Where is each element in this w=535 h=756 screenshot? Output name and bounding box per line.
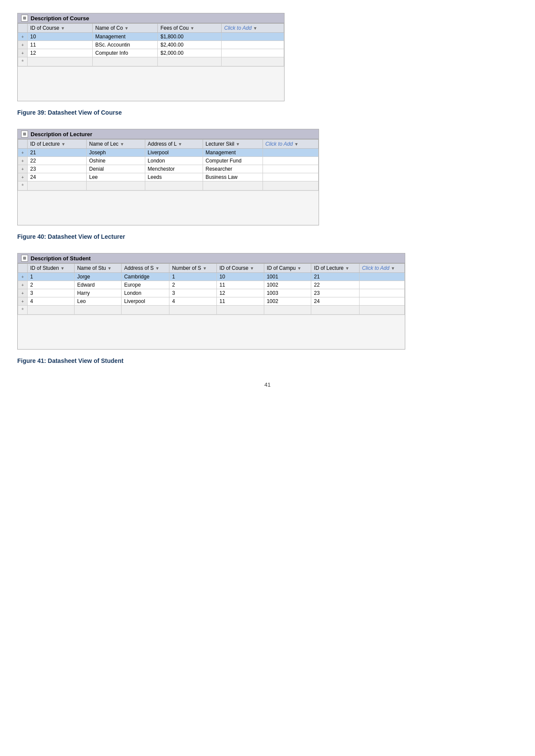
student-course: 12 xyxy=(216,289,264,297)
lecturer-figure: ⊞ Description of Lecturer ID of Lecture … xyxy=(17,129,518,240)
student-course: 11 xyxy=(216,281,264,289)
lecturer-id: 23 xyxy=(28,165,87,173)
lecturer-extra xyxy=(263,173,318,181)
student-num: 2 xyxy=(169,281,217,289)
row-expand[interactable]: + xyxy=(18,289,28,297)
student-col-name[interactable]: Name of Stu ▼ xyxy=(74,264,121,273)
student-extra xyxy=(359,289,404,297)
new-row-cell xyxy=(263,181,318,191)
lecturer-id: 24 xyxy=(28,173,87,181)
student-name: Jorge xyxy=(74,273,121,281)
student-extra xyxy=(359,281,404,289)
table-row[interactable]: + 10 Management $1,800.00 xyxy=(18,33,284,41)
table-row[interactable]: + 12 Computer Info $2,000.00 xyxy=(18,49,284,57)
new-row-cell xyxy=(158,57,222,66)
student-col-address[interactable]: Address of S ▼ xyxy=(121,264,169,273)
table-row[interactable]: + 21 Joseph Liverpool Management xyxy=(18,149,319,157)
student-num: 4 xyxy=(169,297,217,306)
student-num: 1 xyxy=(169,273,217,281)
table-row[interactable]: + 24 Lee Leeds Business Law xyxy=(18,173,319,181)
student-lecture: 23 xyxy=(311,289,359,297)
student-table-wrapper: ⊞ Description of Student ID of Studen ▼ … xyxy=(17,253,405,350)
lecturer-col-id[interactable]: ID of Lecture ▼ xyxy=(28,140,87,149)
course-id: 12 xyxy=(28,49,93,57)
new-row-cell xyxy=(28,57,93,66)
student-id: 2 xyxy=(28,281,75,289)
lecturer-col-name[interactable]: Name of Lec ▼ xyxy=(86,140,145,149)
table-row[interactable]: + 22 Oshine London Computer Fund xyxy=(18,157,319,165)
student-name: Leo xyxy=(74,297,121,306)
lecturer-table-title: Description of Lecturer xyxy=(31,131,92,137)
new-row-marker: * xyxy=(18,181,28,191)
lecturer-col-add[interactable]: Click to Add ▼ xyxy=(263,140,318,149)
new-row-cell xyxy=(222,57,284,66)
course-name: BSc. Accountin xyxy=(93,41,158,49)
lecturer-col-skill[interactable]: Lecturer Skil ▼ xyxy=(203,140,263,149)
new-row-cell xyxy=(311,306,359,315)
lecturer-caption: Figure 40: Datasheet View of Lecturer xyxy=(17,233,518,240)
table-row[interactable]: + 2 Edward Europe 2 11 1002 22 xyxy=(18,281,405,289)
course-fees: $2,000.00 xyxy=(158,49,222,57)
new-row-cell xyxy=(216,306,264,315)
row-expand[interactable]: + xyxy=(18,281,28,289)
row-expand[interactable]: + xyxy=(18,157,28,165)
course-id: 10 xyxy=(28,33,93,41)
student-address: Liverpool xyxy=(121,297,169,306)
course-fees: $1,800.00 xyxy=(158,33,222,41)
table-new-row[interactable]: * xyxy=(18,181,319,191)
lecturer-name: Denial xyxy=(86,165,145,173)
student-address: London xyxy=(121,289,169,297)
lecturer-name: Lee xyxy=(86,173,145,181)
lecturer-address: Liverpool xyxy=(145,149,203,157)
lecturer-extra xyxy=(263,149,318,157)
table-row[interactable]: + 11 BSc. Accountin $2,400.00 xyxy=(18,41,284,49)
course-id: 11 xyxy=(28,41,93,49)
student-col-num[interactable]: Number of S ▼ xyxy=(169,264,217,273)
table-new-row[interactable]: * xyxy=(18,57,284,66)
row-expand[interactable]: + xyxy=(18,149,28,157)
course-col-add[interactable]: Click to Add ▼ xyxy=(222,24,284,33)
student-course: 10 xyxy=(216,273,264,281)
student-col-add[interactable]: Click to Add ▼ xyxy=(359,264,404,273)
student-col-course[interactable]: ID of Course ▼ xyxy=(216,264,264,273)
student-extra xyxy=(359,273,404,281)
lecturer-address: Leeds xyxy=(145,173,203,181)
table-row[interactable]: + 1 Jorge Cambridge 1 10 1001 21 xyxy=(18,273,405,281)
lecturer-name: Oshine xyxy=(86,157,145,165)
student-col-id[interactable]: ID of Studen ▼ xyxy=(28,264,75,273)
course-extra xyxy=(222,41,284,49)
row-expand[interactable]: + xyxy=(18,33,28,41)
student-col-campus[interactable]: ID of Campu ▼ xyxy=(264,264,311,273)
student-name: Edward xyxy=(74,281,121,289)
table-row[interactable]: + 23 Denial Menchestor Researcher xyxy=(18,165,319,173)
new-row-cell xyxy=(86,181,145,191)
course-fees: $2,400.00 xyxy=(158,41,222,49)
table-new-row[interactable]: * xyxy=(18,306,405,315)
page-number: 41 xyxy=(17,381,518,388)
student-title-bar: ⊞ Description of Student xyxy=(18,253,405,263)
row-expand[interactable]: + xyxy=(18,49,28,57)
lecturer-id: 22 xyxy=(28,157,87,165)
row-expand[interactable]: + xyxy=(18,173,28,181)
row-expand[interactable]: + xyxy=(18,41,28,49)
lecturer-col-address[interactable]: Address of L ▼ xyxy=(145,140,203,149)
row-expand[interactable]: + xyxy=(18,273,28,281)
student-campus: 1002 xyxy=(264,297,311,306)
course-col-id[interactable]: ID of Course ▼ xyxy=(28,24,93,33)
lecturer-skill: Computer Fund xyxy=(203,157,263,165)
course-col-name[interactable]: Name of Co ▼ xyxy=(93,24,158,33)
course-col-fees[interactable]: Fees of Cou ▼ xyxy=(158,24,222,33)
student-campus: 1003 xyxy=(264,289,311,297)
course-caption: Figure 39: Datasheet View of Course xyxy=(17,109,518,116)
student-table-title: Description of Student xyxy=(31,255,91,262)
row-expand[interactable]: + xyxy=(18,165,28,173)
table-row[interactable]: + 3 Harry London 3 12 1003 23 xyxy=(18,289,405,297)
new-row-cell xyxy=(121,306,169,315)
student-caption: Figure 41: Datasheet View of Student xyxy=(17,357,518,364)
lecturer-table-wrapper: ⊞ Description of Lecturer ID of Lecture … xyxy=(17,129,319,225)
table-row[interactable]: + 4 Leo Liverpool 4 11 1002 24 xyxy=(18,297,405,306)
course-extra xyxy=(222,49,284,57)
new-row-cell xyxy=(28,181,87,191)
row-expand[interactable]: + xyxy=(18,297,28,306)
student-col-lecture[interactable]: ID of Lecture ▼ xyxy=(311,264,359,273)
